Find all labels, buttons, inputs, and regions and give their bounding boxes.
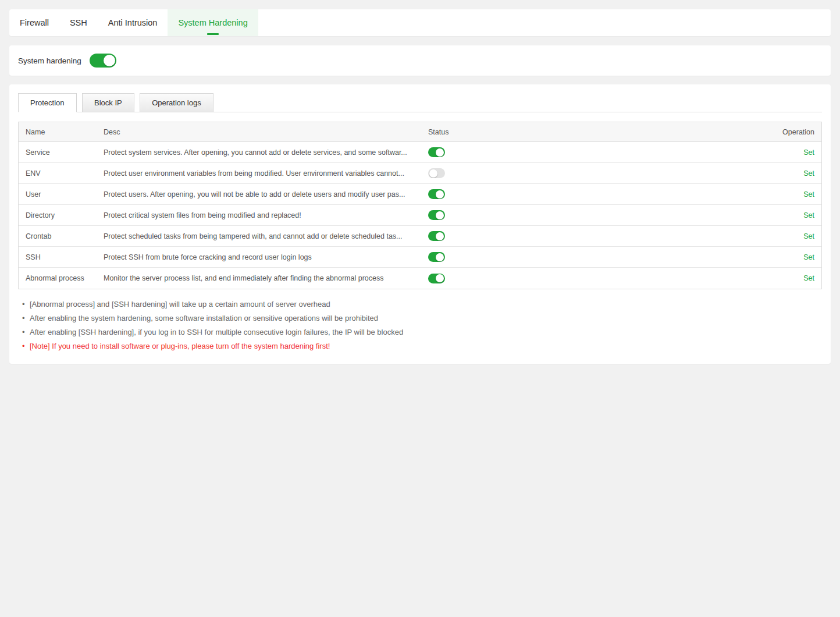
row-desc: Protect system services. After opening, … <box>97 148 421 157</box>
toggle-knob <box>436 148 444 157</box>
table-row: User Protect users. After opening, you w… <box>19 184 821 205</box>
tab-anti-intrusion[interactable]: Anti Intrusion <box>98 9 168 36</box>
col-header-operation: Operation <box>769 128 821 136</box>
set-link[interactable]: Set <box>803 148 814 157</box>
subtab-protection[interactable]: Protection <box>18 93 77 112</box>
row-name: ENV <box>19 169 97 178</box>
row-name: User <box>19 190 97 198</box>
toggle-knob <box>436 232 444 240</box>
row-desc: Protect users. After opening, you will n… <box>97 190 421 198</box>
row-status-toggle[interactable] <box>428 210 445 220</box>
set-link[interactable]: Set <box>803 232 814 240</box>
tab-firewall[interactable]: Firewall <box>9 9 59 36</box>
hardening-toggle[interactable] <box>90 54 116 68</box>
row-desc: Monitor the server process list, and end… <box>97 274 421 282</box>
row-name: Service <box>19 148 97 157</box>
hardening-panel: Protection Block IP Operation logs Name … <box>9 84 831 364</box>
row-desc: Protect critical system files from being… <box>97 211 421 219</box>
row-status-toggle[interactable] <box>428 231 445 241</box>
row-status-toggle[interactable] <box>428 274 445 283</box>
tab-ssh[interactable]: SSH <box>59 9 98 36</box>
toggle-knob <box>104 55 115 66</box>
set-link[interactable]: Set <box>803 211 814 219</box>
tab-system-hardening[interactable]: System Hardening <box>168 9 258 36</box>
col-header-status: Status <box>421 128 769 136</box>
set-link[interactable]: Set <box>803 274 814 282</box>
subtab-block-ip[interactable]: Block IP <box>82 93 134 112</box>
row-desc: Protect SSH from brute force cracking an… <box>97 253 421 261</box>
main-tabbar: Firewall SSH Anti Intrusion System Harde… <box>9 9 831 36</box>
table-row: Abnormal process Monitor the server proc… <box>19 268 821 289</box>
row-status-toggle[interactable] <box>428 189 445 199</box>
col-header-desc: Desc <box>97 128 421 136</box>
row-name: SSH <box>19 253 97 261</box>
note-item-warning: [Note] If you need to install software o… <box>22 339 822 353</box>
row-desc: Protect user environment variables from … <box>97 169 421 178</box>
toggle-knob <box>436 190 444 198</box>
hardening-toggle-bar: System hardening <box>9 45 831 76</box>
note-item: [Abnormal process] and [SSH hardening] w… <box>22 297 822 311</box>
toggle-knob <box>436 274 444 282</box>
table-row: Service Protect system services. After o… <box>19 142 821 163</box>
security-page: Firewall SSH Anti Intrusion System Harde… <box>0 0 840 373</box>
hardening-label: System hardening <box>18 56 81 65</box>
table-row: SSH Protect SSH from brute force crackin… <box>19 247 821 268</box>
row-name: Crontab <box>19 232 97 240</box>
sub-tabbar: Protection Block IP Operation logs <box>18 93 822 112</box>
subtab-operation-logs[interactable]: Operation logs <box>140 93 213 112</box>
row-status-toggle[interactable] <box>428 147 445 157</box>
set-link[interactable]: Set <box>803 169 814 178</box>
notes-list: [Abnormal process] and [SSH hardening] w… <box>18 297 822 353</box>
row-name: Abnormal process <box>19 274 97 282</box>
toggle-knob <box>436 211 444 219</box>
row-desc: Protect scheduled tasks from being tampe… <box>97 232 421 240</box>
row-status-toggle[interactable] <box>428 168 445 178</box>
toggle-knob <box>429 169 437 178</box>
table-row: ENV Protect user environment variables f… <box>19 163 821 184</box>
set-link[interactable]: Set <box>803 190 814 198</box>
note-item: After enabling [SSH hardening], if you l… <box>22 325 822 339</box>
toggle-knob <box>436 253 444 261</box>
table-row: Crontab Protect scheduled tasks from bei… <box>19 226 821 247</box>
table-row: Directory Protect critical system files … <box>19 205 821 226</box>
set-link[interactable]: Set <box>803 253 814 261</box>
note-item: After enabling the system hardening, som… <box>22 311 822 325</box>
row-name: Directory <box>19 211 97 219</box>
table-header: Name Desc Status Operation <box>19 122 821 142</box>
col-header-name: Name <box>19 128 97 136</box>
protection-table: Name Desc Status Operation Service Prote… <box>18 122 822 289</box>
row-status-toggle[interactable] <box>428 252 445 262</box>
